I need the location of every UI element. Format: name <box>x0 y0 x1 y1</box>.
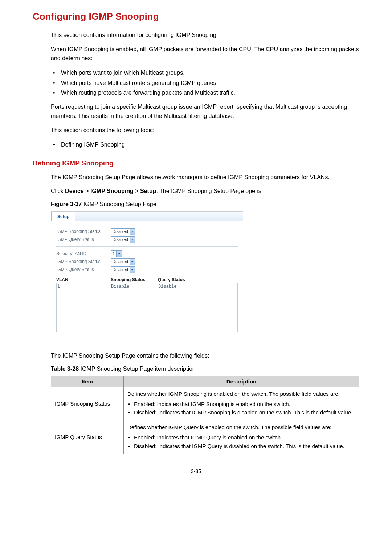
breadcrumb-setup: Setup <box>140 188 156 194</box>
select-value: Disabled <box>111 237 130 243</box>
grid-header: VLAN Snooping Status Query Status <box>56 277 238 283</box>
cell-item: IGMP Query Status <box>51 420 124 454</box>
text-fragment: . The IGMP Snooping Setup Page opens. <box>156 188 263 194</box>
list-item: Enabled: Indicates that IGMP Snooping is… <box>127 400 355 408</box>
desc-text: Defines whether IGMP Snooping is enabled… <box>127 391 340 397</box>
form-row: Select VLAN ID 1 ▾ <box>56 250 238 258</box>
page-title: Configuring IGMP Snooping <box>33 11 359 22</box>
list-item: Which ports want to join which Multicast… <box>51 68 359 78</box>
figure-title: IGMP Snooping Setup Page <box>82 201 156 207</box>
select-vlan-query-status[interactable]: Disabled ▾ <box>111 266 135 273</box>
form-row: IGMP Snooping Status Disabled ▾ <box>56 258 238 266</box>
chevron-down-icon: ▾ <box>130 259 135 265</box>
form-row: IGMP Snooping Status Disabled ▾ <box>56 227 238 235</box>
tab-setup[interactable]: Setup <box>51 212 75 221</box>
table-title: IGMP Snooping Setup Page item descriptio… <box>79 366 196 372</box>
breadcrumb-device: Device <box>65 188 84 194</box>
label-igmp-snooping-status: IGMP Snooping Status <box>56 229 111 234</box>
figure-number: Figure 3-37 <box>51 201 82 207</box>
select-value: Disabled <box>111 267 130 273</box>
col-snooping-status: Snooping Status <box>111 277 158 282</box>
table-caption: Table 3-28 IGMP Snooping Setup Page item… <box>33 366 359 372</box>
select-value: Disabled <box>111 229 130 235</box>
divider <box>56 246 238 247</box>
figure-caption: Figure 3-37 IGMP Snooping Setup Page <box>33 201 359 208</box>
after-figure-text: The IGMP Snooping Setup Page contains th… <box>33 352 359 361</box>
intro-paragraph-4: This section contains the following topi… <box>33 126 359 135</box>
label-igmp-query-status: IGMP Query Status <box>56 237 111 242</box>
text-fragment: Click <box>51 188 65 194</box>
col-query-status: Query Status <box>158 277 205 282</box>
intro-bullet-list-b: Defining IGMP Snooping <box>33 140 359 149</box>
list-item: Defining IGMP Snooping <box>51 140 359 149</box>
text-fragment: > <box>84 188 90 194</box>
chevron-down-icon: ▾ <box>130 237 135 243</box>
setup-panel-screenshot: Setup IGMP Snooping Status Disabled ▾ IG… <box>51 211 243 337</box>
table-number: Table 3-28 <box>51 366 79 372</box>
list-item: Disabled: Indicates that IGMP Snooping i… <box>127 409 355 416</box>
table-row: IGMP Query Status Defines whether IGMP Q… <box>51 420 359 454</box>
form-row: IGMP Query Status Disabled ▾ <box>56 235 238 243</box>
breadcrumb-instruction: Click Device > IGMP Snooping > Setup. Th… <box>33 187 359 196</box>
select-value: Disabled <box>111 259 130 265</box>
desc-text: Defines whether IGMP Query is enabled on… <box>127 424 331 430</box>
section-title: Defining IGMP Snooping <box>33 159 359 167</box>
tab-bar: Setup <box>51 212 243 221</box>
breadcrumb-igmp: IGMP Snooping <box>90 188 134 194</box>
col-header-description: Description <box>124 376 359 387</box>
cell-query: Disable <box>158 284 205 289</box>
cell-vlan: 1 <box>57 284 111 289</box>
page-number: 3-35 <box>33 468 359 474</box>
table-row: IGMP Snooping Status Defines whether IGM… <box>51 387 359 420</box>
text-fragment: > <box>134 188 140 194</box>
cell-item: IGMP Snooping Status <box>51 387 124 420</box>
chevron-down-icon: ▾ <box>116 251 122 257</box>
list-item: Which routing protocols are forwarding p… <box>51 88 359 98</box>
intro-paragraph-2: When IGMP Snooping is enabled, all IGMP … <box>33 45 359 63</box>
desc-list: Enabled: Indicates that IGMP Snooping is… <box>127 400 355 417</box>
section-paragraph-1: The IGMP Snooping Setup Page allows netw… <box>33 173 359 182</box>
select-igmp-query-status[interactable]: Disabled ▾ <box>111 236 135 243</box>
chevron-down-icon: ▾ <box>130 267 135 273</box>
select-value: 1 <box>111 251 116 257</box>
intro-paragraph-1: This section contains information for co… <box>33 31 359 40</box>
label-vlan-snooping-status: IGMP Snooping Status <box>56 259 111 264</box>
select-igmp-snooping-status[interactable]: Disabled ▾ <box>111 228 135 235</box>
col-vlan: VLAN <box>56 277 111 282</box>
select-vlan-id[interactable]: 1 ▾ <box>111 250 122 257</box>
list-item: Enabled: Indicates that IGMP Query is en… <box>127 434 355 442</box>
grid-body: 1 Disable Disable <box>56 283 238 332</box>
table-row[interactable]: 1 Disable Disable <box>57 283 237 289</box>
col-header-item: Item <box>51 376 124 387</box>
form-row: IGMP Query Status Disabled ▾ <box>56 266 238 274</box>
list-item: Which ports have Multicast routers gener… <box>51 78 359 88</box>
label-vlan-query-status: IGMP Query Status <box>56 267 111 272</box>
cell-description: Defines whether IGMP Snooping is enabled… <box>124 387 359 420</box>
list-item: Disabled: Indicates that IGMP Query is d… <box>127 442 355 450</box>
cell-snooping: Disable <box>111 284 158 289</box>
chevron-down-icon: ▾ <box>130 229 135 235</box>
intro-bullet-list-a: Which ports want to join which Multicast… <box>33 68 359 98</box>
label-select-vlan-id: Select VLAN ID <box>56 251 111 256</box>
description-table: Item Description IGMP Snooping Status De… <box>51 376 359 454</box>
intro-paragraph-3: Ports requesting to join a specific Mult… <box>33 103 359 121</box>
cell-description: Defines whether IGMP Query is enabled on… <box>124 420 359 454</box>
desc-list: Enabled: Indicates that IGMP Query is en… <box>127 434 355 450</box>
select-vlan-snooping-status[interactable]: Disabled ▾ <box>111 258 135 265</box>
